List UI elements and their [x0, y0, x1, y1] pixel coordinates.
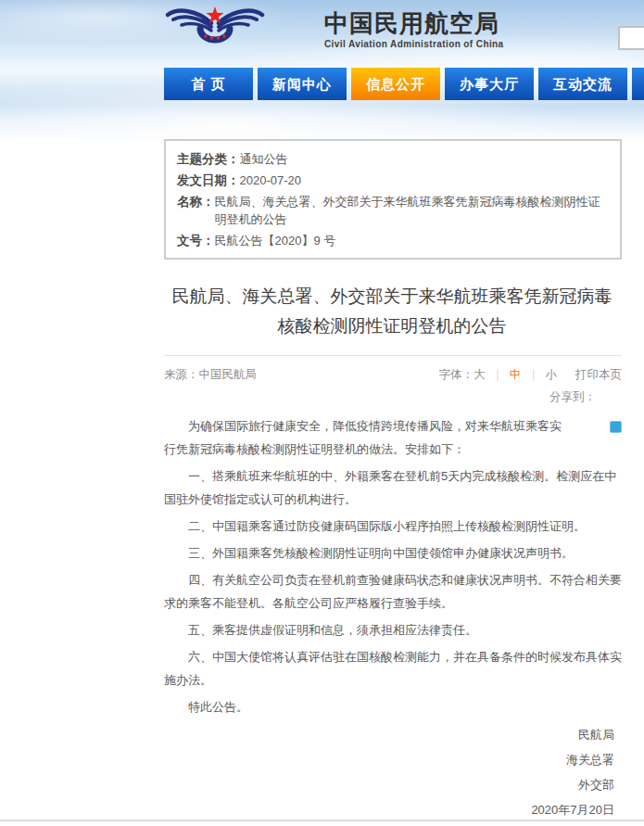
- article-paragraph: 六、中国大使馆将认真评估驻在国核酸检测能力，并在具备条件的时候发布具体实施办法。: [164, 645, 622, 692]
- font-size-small-button[interactable]: 小: [546, 368, 558, 381]
- share-to-label: 分享到：: [164, 389, 622, 405]
- article-paragraph: 特此公告。: [164, 695, 622, 718]
- meta-value: 通知公告: [240, 150, 610, 168]
- signature-line: 外交部: [164, 772, 622, 797]
- source-label: 来源：中国民航局: [164, 367, 257, 383]
- meta-row-date: 发文日期： 2020-07-20: [177, 172, 609, 189]
- document-meta-box: 主题分类： 通知公告 发文日期： 2020-07-20 名称： 民航局、海关总署…: [164, 139, 622, 260]
- signature-line: 2020年7月20日: [164, 797, 622, 822]
- meta-label: 文号：: [177, 232, 215, 249]
- article-paragraph: 四、有关航空公司负责在登机前查验健康码状态和健康状况声明书。不符合相关要求的乘客…: [164, 568, 622, 615]
- font-size-large-button[interactable]: 大: [474, 368, 486, 381]
- font-size-controls: 字体：大｜中｜小打印本页: [439, 367, 623, 383]
- meta-row-topic: 主题分类： 通知公告: [177, 150, 609, 168]
- article-paragraph: 三、外国籍乘客凭核酸检测阴性证明向中国使领馆申办健康状况声明书。: [164, 541, 622, 565]
- meta-value: 2020-07-20: [240, 172, 610, 189]
- page: 中国民用航空局 Civil Aviation Administration of…: [0, 0, 644, 826]
- nav-item-partial[interactable]: [632, 68, 644, 100]
- share-widget: +: [566, 414, 622, 431]
- font-sep: ｜: [486, 368, 510, 381]
- meta-row-doc-number: 文号： 民航公告【2020】9 号: [177, 232, 609, 249]
- article-paragraph: 二、中国籍乘客通过防疫健康码国际版小程序拍照上传核酸检测阴性证明。: [164, 515, 622, 538]
- meta-label: 主题分类：: [177, 150, 240, 168]
- font-size-medium-button[interactable]: 中: [510, 368, 522, 381]
- article-paragraph: 五、乘客提供虚假证明和信息，须承担相应法律责任。: [164, 618, 622, 642]
- article-paragraph: +为确保国际旅行健康安全，降低疫情跨境传播风险，对来华航班乘客实行凭新冠病毒核酸…: [164, 414, 622, 461]
- article-paragraph: 一、搭乘航班来华航班的中、外籍乘客在登机前5天内完成核酸检测。检测应在中国驻外使…: [164, 464, 622, 511]
- source-row: 来源：中国民航局 字体：大｜中｜小打印本页: [164, 367, 622, 383]
- page-title: 民航局、海关总署、外交部关于来华航班乘客凭新冠病毒核酸检测阴性证明登机的公告: [164, 282, 620, 341]
- content-column: 主题分类： 通知公告 发文日期： 2020-07-20 名称： 民航局、海关总署…: [164, 0, 622, 822]
- signature-line: 海关总署: [164, 747, 622, 772]
- font-sep: ｜: [521, 368, 545, 381]
- print-page-button[interactable]: 打印本页: [575, 368, 622, 381]
- meta-label: 名称：: [177, 193, 215, 228]
- share-plus-icon[interactable]: +: [610, 421, 622, 433]
- signature-line: 民航局: [164, 722, 622, 747]
- meta-value: 民航公告【2020】9 号: [215, 232, 610, 249]
- font-controls-label: 字体：: [439, 368, 474, 381]
- title-divider: [164, 355, 622, 356]
- meta-label: 发文日期：: [177, 172, 240, 189]
- search-input[interactable]: [618, 26, 644, 50]
- meta-row-name: 名称： 民航局、海关总署、外交部关于来华航班乘客凭新冠病毒核酸检测阴性证明登机的…: [177, 193, 609, 228]
- meta-value: 民航局、海关总署、外交部关于来华航班乘客凭新冠病毒核酸检测阴性证明登机的公告: [215, 193, 610, 228]
- signature-block: 民航局 海关总署 外交部 2020年7月20日: [164, 722, 622, 822]
- article-body: +为确保国际旅行健康安全，降低疫情跨境传播风险，对来华航班乘客实行凭新冠病毒核酸…: [164, 414, 622, 822]
